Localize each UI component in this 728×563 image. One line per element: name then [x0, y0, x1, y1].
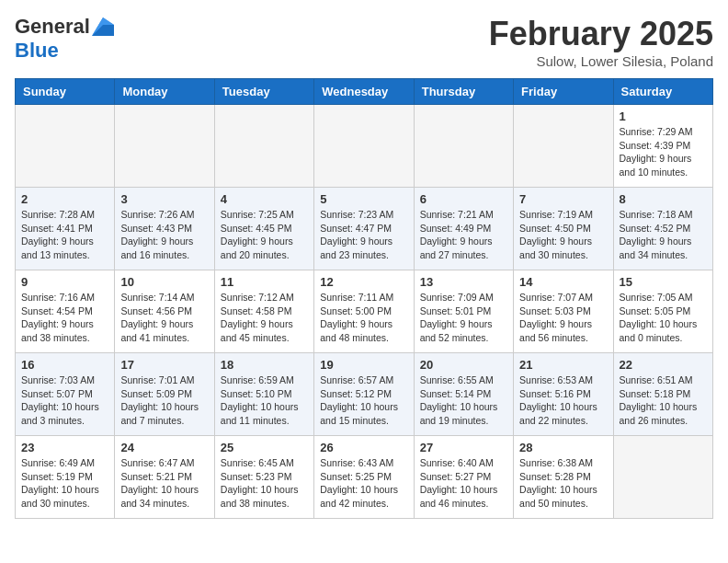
calendar-cell: 7Sunrise: 7:19 AM Sunset: 4:50 PM Daylig… [514, 188, 613, 270]
location-text: Sulow, Lower Silesia, Poland [489, 53, 713, 69]
calendar-cell [115, 105, 214, 188]
day-info: Sunrise: 7:07 AM Sunset: 5:03 PM Dayligh… [519, 291, 607, 345]
calendar-cell: 9Sunrise: 7:16 AM Sunset: 4:54 PM Daylig… [16, 270, 115, 353]
day-info: Sunrise: 6:53 AM Sunset: 5:16 PM Dayligh… [519, 373, 607, 428]
day-number: 1 [620, 109, 707, 123]
day-number: 20 [420, 358, 507, 372]
day-number: 15 [620, 275, 707, 289]
day-number: 18 [221, 358, 308, 372]
day-number: 23 [21, 441, 108, 454]
calendar-cell: 15Sunrise: 7:05 AM Sunset: 5:05 PM Dayli… [613, 270, 712, 353]
day-info: Sunrise: 7:25 AM Sunset: 4:45 PM Dayligh… [221, 208, 308, 262]
day-info: Sunrise: 6:49 AM Sunset: 5:19 PM Dayligh… [21, 456, 108, 511]
calendar-cell: 23Sunrise: 6:49 AM Sunset: 5:19 PM Dayli… [16, 436, 115, 519]
page-header: General Blue February 2025 Sulow, Lower … [15, 15, 713, 69]
calendar-cell: 21Sunrise: 6:53 AM Sunset: 5:16 PM Dayli… [514, 353, 613, 436]
logo: General Blue [15, 15, 114, 63]
calendar-cell: 28Sunrise: 6:38 AM Sunset: 5:28 PM Dayli… [514, 436, 613, 519]
day-info: Sunrise: 7:09 AM Sunset: 5:01 PM Dayligh… [420, 291, 507, 345]
calendar-week-3: 9Sunrise: 7:16 AM Sunset: 4:54 PM Daylig… [16, 270, 713, 353]
day-info: Sunrise: 6:40 AM Sunset: 5:27 PM Dayligh… [420, 456, 507, 511]
day-number: 19 [320, 358, 407, 372]
calendar-cell: 8Sunrise: 7:18 AM Sunset: 4:52 PM Daylig… [613, 188, 712, 270]
weekday-header-row: SundayMondayTuesdayWednesdayThursdayFrid… [16, 79, 713, 105]
day-info: Sunrise: 6:47 AM Sunset: 5:21 PM Dayligh… [120, 456, 208, 511]
calendar-cell: 25Sunrise: 6:45 AM Sunset: 5:23 PM Dayli… [214, 436, 313, 519]
calendar-cell: 5Sunrise: 7:23 AM Sunset: 4:47 PM Daylig… [314, 188, 414, 270]
logo-general-text: General [15, 15, 90, 39]
day-info: Sunrise: 6:51 AM Sunset: 5:18 PM Dayligh… [620, 373, 707, 428]
weekday-header-saturday: Saturday [613, 79, 712, 105]
calendar-cell: 13Sunrise: 7:09 AM Sunset: 5:01 PM Dayli… [414, 270, 513, 353]
day-number: 10 [120, 275, 208, 289]
calendar-cell: 3Sunrise: 7:26 AM Sunset: 4:43 PM Daylig… [115, 188, 214, 270]
day-number: 3 [120, 192, 208, 206]
day-info: Sunrise: 7:28 AM Sunset: 4:41 PM Dayligh… [21, 208, 108, 262]
weekday-header-thursday: Thursday [414, 79, 513, 105]
calendar-cell [514, 105, 613, 188]
calendar-cell: 22Sunrise: 6:51 AM Sunset: 5:18 PM Dayli… [613, 353, 712, 436]
calendar-cell: 27Sunrise: 6:40 AM Sunset: 5:27 PM Dayli… [414, 436, 513, 519]
calendar-cell: 10Sunrise: 7:14 AM Sunset: 4:56 PM Dayli… [115, 270, 214, 353]
calendar-cell [613, 436, 712, 519]
calendar-cell: 16Sunrise: 7:03 AM Sunset: 5:07 PM Dayli… [16, 353, 115, 436]
day-number: 5 [320, 192, 407, 206]
calendar-table: SundayMondayTuesdayWednesdayThursdayFrid… [15, 78, 713, 519]
weekday-header-sunday: Sunday [16, 79, 115, 105]
day-number: 28 [519, 441, 607, 454]
day-info: Sunrise: 6:57 AM Sunset: 5:12 PM Dayligh… [320, 373, 407, 428]
day-info: Sunrise: 7:11 AM Sunset: 5:00 PM Dayligh… [320, 291, 407, 345]
calendar-cell: 20Sunrise: 6:55 AM Sunset: 5:14 PM Dayli… [414, 353, 513, 436]
day-number: 9 [21, 275, 108, 289]
calendar-cell: 24Sunrise: 6:47 AM Sunset: 5:21 PM Dayli… [115, 436, 214, 519]
calendar-cell [414, 105, 513, 188]
day-number: 2 [21, 192, 108, 206]
day-info: Sunrise: 7:03 AM Sunset: 5:07 PM Dayligh… [21, 373, 108, 428]
weekday-header-monday: Monday [115, 79, 214, 105]
day-info: Sunrise: 6:45 AM Sunset: 5:23 PM Dayligh… [221, 456, 308, 511]
weekday-header-friday: Friday [514, 79, 613, 105]
calendar-cell: 17Sunrise: 7:01 AM Sunset: 5:09 PM Dayli… [115, 353, 214, 436]
day-info: Sunrise: 6:59 AM Sunset: 5:10 PM Dayligh… [221, 373, 308, 428]
calendar-cell [16, 105, 115, 188]
calendar-cell: 11Sunrise: 7:12 AM Sunset: 4:58 PM Dayli… [214, 270, 313, 353]
day-number: 8 [620, 192, 707, 206]
day-number: 11 [221, 275, 308, 289]
day-info: Sunrise: 7:12 AM Sunset: 4:58 PM Dayligh… [221, 291, 308, 345]
day-info: Sunrise: 7:14 AM Sunset: 4:56 PM Dayligh… [120, 291, 208, 345]
day-info: Sunrise: 6:55 AM Sunset: 5:14 PM Dayligh… [420, 373, 507, 428]
day-info: Sunrise: 7:29 AM Sunset: 4:39 PM Dayligh… [620, 125, 707, 179]
day-number: 21 [519, 358, 607, 372]
calendar-cell: 2Sunrise: 7:28 AM Sunset: 4:41 PM Daylig… [16, 188, 115, 270]
weekday-header-tuesday: Tuesday [214, 79, 313, 105]
calendar-week-2: 2Sunrise: 7:28 AM Sunset: 4:41 PM Daylig… [16, 188, 713, 270]
calendar-week-5: 23Sunrise: 6:49 AM Sunset: 5:19 PM Dayli… [16, 436, 713, 519]
logo-blue-text: Blue [15, 39, 59, 63]
day-info: Sunrise: 7:01 AM Sunset: 5:09 PM Dayligh… [120, 373, 208, 428]
calendar-cell: 26Sunrise: 6:43 AM Sunset: 5:25 PM Dayli… [314, 436, 414, 519]
day-info: Sunrise: 7:19 AM Sunset: 4:50 PM Dayligh… [519, 208, 607, 262]
calendar-cell: 12Sunrise: 7:11 AM Sunset: 5:00 PM Dayli… [314, 270, 414, 353]
calendar-cell: 6Sunrise: 7:21 AM Sunset: 4:49 PM Daylig… [414, 188, 513, 270]
month-title: February 2025 [489, 15, 713, 53]
day-info: Sunrise: 6:38 AM Sunset: 5:28 PM Dayligh… [519, 456, 607, 511]
day-number: 12 [320, 275, 407, 289]
calendar-cell: 14Sunrise: 7:07 AM Sunset: 5:03 PM Dayli… [514, 270, 613, 353]
day-number: 7 [519, 192, 607, 206]
day-number: 4 [221, 192, 308, 206]
day-number: 27 [420, 441, 507, 454]
weekday-header-wednesday: Wednesday [314, 79, 414, 105]
calendar-cell: 19Sunrise: 6:57 AM Sunset: 5:12 PM Dayli… [314, 353, 414, 436]
day-number: 17 [120, 358, 208, 372]
day-number: 26 [320, 441, 407, 454]
calendar-week-4: 16Sunrise: 7:03 AM Sunset: 5:07 PM Dayli… [16, 353, 713, 436]
title-section: February 2025 Sulow, Lower Silesia, Pola… [489, 15, 713, 69]
calendar-cell: 1Sunrise: 7:29 AM Sunset: 4:39 PM Daylig… [613, 105, 712, 188]
day-number: 6 [420, 192, 507, 206]
day-number: 24 [120, 441, 208, 454]
day-info: Sunrise: 7:26 AM Sunset: 4:43 PM Dayligh… [120, 208, 208, 262]
calendar-week-1: 1Sunrise: 7:29 AM Sunset: 4:39 PM Daylig… [16, 105, 713, 188]
day-info: Sunrise: 7:23 AM Sunset: 4:47 PM Dayligh… [320, 208, 407, 262]
calendar-cell: 18Sunrise: 6:59 AM Sunset: 5:10 PM Dayli… [214, 353, 313, 436]
calendar-cell [214, 105, 313, 188]
